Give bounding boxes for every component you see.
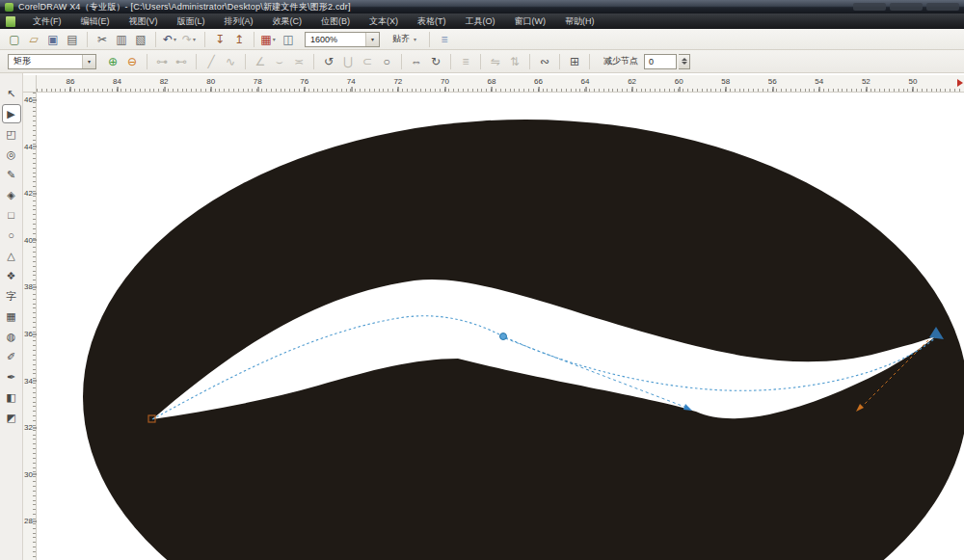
align-nodes-button[interactable]: ≡ — [457, 53, 474, 70]
polygon-tool[interactable]: △ — [3, 247, 20, 264]
menu-item-window[interactable]: 窗口(W) — [505, 13, 556, 30]
menu-item-edit[interactable]: 编辑(E) — [71, 13, 120, 30]
welcome-screen-icon: ◫ — [282, 33, 293, 46]
delete-node-button[interactable]: ⊖ — [123, 53, 141, 70]
crop-tool[interactable]: ◰ — [3, 125, 20, 143]
fill-tool[interactable]: ◧ — [3, 388, 20, 406]
shape-type-combo[interactable]: 矩形▾ — [8, 54, 96, 69]
break-curve-button[interactable]: ⊷ — [173, 53, 190, 70]
hruler-label: 84 — [113, 77, 121, 86]
horizontal-ruler[interactable]: 86848280787674727068666462605856545250 — [37, 75, 964, 93]
undo-dropdown-arrow-icon[interactable]: ▾ — [172, 36, 178, 42]
menu-item-text[interactable]: 文本(X) — [360, 13, 408, 30]
snap-dropdown-arrow-icon[interactable]: ▾ — [412, 36, 418, 42]
extend-curve-to-close-button[interactable]: ⋃ — [339, 53, 357, 70]
elastic-mode-button[interactable]: ∾ — [536, 53, 553, 70]
menu-item-bitmaps[interactable]: 位图(B) — [311, 13, 360, 30]
menu-item-effects[interactable]: 效果(C) — [263, 13, 312, 30]
close-button[interactable] — [926, 3, 959, 11]
shape-type-combo-arrow-icon[interactable]: ▾ — [82, 55, 95, 68]
menu-item-help[interactable]: 帮助(H) — [555, 13, 604, 30]
freehand-tool[interactable]: ✎ — [3, 166, 20, 183]
window-title: CorelDRAW X4（专业版）- [C:\Users\Administrat… — [18, 1, 351, 13]
extract-subpath-icon: ⊂ — [362, 55, 372, 68]
print-button[interactable]: ▤ — [64, 31, 81, 48]
select-all-nodes-button[interactable]: ⊞ — [566, 53, 583, 70]
copy-button[interactable]: ▥ — [113, 31, 130, 48]
welcome-screen-button[interactable]: ◫ — [280, 31, 297, 48]
menu-item-view[interactable]: 视图(V) — [120, 13, 168, 30]
extract-subpath-button[interactable]: ⊂ — [359, 53, 376, 70]
hruler-label: 66 — [534, 77, 543, 86]
vertical-reflect-nodes-button[interactable]: ⇅ — [506, 53, 523, 70]
export-button[interactable]: ↥ — [230, 31, 248, 48]
stretch-nodes-button[interactable]: ⇔ — [408, 53, 425, 70]
import-button[interactable]: ↧ — [211, 31, 228, 48]
convert-to-line-button[interactable]: ╱ — [202, 53, 220, 70]
reverse-direction-icon: ↺ — [324, 55, 334, 68]
minimize-button[interactable] — [853, 3, 886, 11]
undo-button[interactable]: ↶▾ — [162, 31, 179, 48]
rectangle-tool[interactable]: □ — [3, 206, 20, 224]
spinner-down-icon[interactable] — [682, 62, 687, 65]
vertical-ruler[interactable]: 46444240383634323028 — [23, 93, 37, 560]
smooth-node-button[interactable]: ⌣ — [271, 53, 288, 70]
menu-item-arrange[interactable]: 排列(A) — [215, 13, 263, 30]
hruler-label: 82 — [160, 77, 169, 86]
table-tool[interactable]: ▦ — [3, 307, 20, 325]
fill-tool-icon: ◧ — [6, 391, 15, 404]
options-button[interactable]: ≡ — [436, 31, 453, 48]
close-curve-button[interactable]: ○ — [378, 53, 395, 70]
eyedropper-tool-icon: ✐ — [7, 351, 15, 363]
maximize-button[interactable] — [890, 3, 923, 11]
zoom-level-combo[interactable]: 1600%▾ — [305, 32, 380, 47]
reduce-nodes-input[interactable]: 0 — [644, 54, 677, 69]
join-two-nodes-button[interactable]: ⊶ — [153, 53, 171, 70]
smart-fill-tool-icon: ◈ — [7, 189, 14, 201]
save-document-button[interactable]: ▣ — [44, 31, 62, 48]
ruler-origin-button[interactable] — [23, 75, 37, 93]
spinner-up-icon[interactable] — [682, 58, 687, 61]
cut-button[interactable]: ✂ — [94, 31, 111, 48]
text-tool[interactable]: 字 — [3, 287, 20, 305]
blend-tool[interactable]: ◍ — [3, 328, 20, 345]
toolbar-separator — [204, 32, 205, 47]
smart-fill-tool[interactable]: ◈ — [3, 186, 20, 203]
redo-dropdown-arrow-icon[interactable]: ▾ — [191, 36, 198, 42]
open-document-button[interactable]: ▱ — [25, 31, 42, 48]
delete-node-icon: ⊖ — [127, 55, 137, 68]
menu-item-layout[interactable]: 版面(L) — [168, 13, 215, 30]
redo-button[interactable]: ↷▾ — [181, 31, 199, 48]
add-node-button[interactable]: ⊕ — [104, 53, 121, 70]
reduce-nodes-spinner[interactable] — [679, 54, 690, 69]
pick-tool[interactable]: ↖ — [3, 85, 20, 102]
basic-shapes-tool-icon: ❖ — [7, 270, 16, 282]
convert-to-curve-button[interactable]: ∿ — [222, 53, 239, 70]
curve-middle-node[interactable] — [500, 333, 507, 340]
paste-button[interactable]: ▧ — [132, 31, 149, 48]
menu-item-table[interactable]: 表格(T) — [408, 13, 456, 30]
rotate-skew-nodes-button[interactable]: ↻ — [427, 53, 444, 70]
basic-shapes-tool[interactable]: ❖ — [3, 267, 20, 284]
propbar-separator — [401, 54, 402, 69]
eyedropper-tool[interactable]: ✐ — [3, 348, 20, 365]
cusp-node-button[interactable]: ∠ — [252, 53, 269, 70]
snap-to-button[interactable]: 贴齐▾ — [388, 31, 423, 47]
ellipse-tool[interactable]: ○ — [3, 227, 20, 244]
menu-item-file[interactable]: 文件(F) — [23, 13, 71, 30]
menu-item-tools[interactable]: 工具(O) — [456, 13, 505, 30]
horizontal-reflect-nodes-button[interactable]: ⇋ — [487, 53, 504, 70]
window-controls — [853, 3, 959, 11]
outline-pen-tool[interactable]: ✒ — [3, 368, 20, 386]
symmetrical-node-button[interactable]: ≍ — [290, 53, 308, 70]
application-launcher-button[interactable]: ▦▾ — [260, 31, 278, 48]
canvas[interactable] — [37, 93, 964, 560]
reverse-direction-button[interactable]: ↺ — [320, 53, 337, 70]
zoom-level-combo-arrow-icon[interactable]: ▾ — [365, 33, 379, 46]
zoom-tool[interactable]: ◎ — [3, 146, 20, 163]
text-tool-icon: 字 — [6, 289, 16, 304]
new-document-button[interactable]: ▢ — [6, 31, 23, 48]
interactive-fill-tool[interactable]: ◩ — [3, 409, 20, 426]
application-launcher-dropdown-arrow-icon[interactable]: ▾ — [271, 36, 278, 42]
shape-tool[interactable]: ▶ — [3, 105, 20, 122]
